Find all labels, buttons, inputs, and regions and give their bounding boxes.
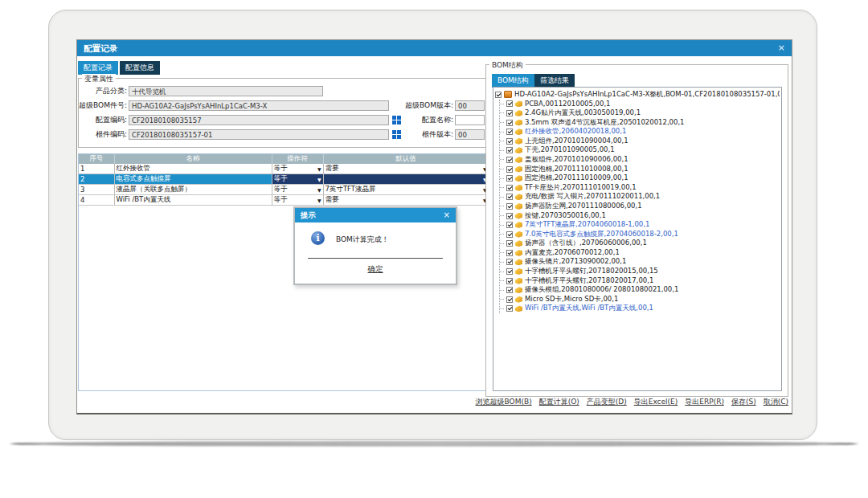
- tree-root-item[interactable]: HD-AG10A2-GaJsPsYsAHInLp1CaC-M3-X整机,BOM-…: [495, 90, 780, 100]
- tree-item[interactable]: 7英寸TFT液晶屏,20704060018-1,00,1: [500, 220, 780, 230]
- tree-item[interactable]: 按键,20703050016,00,1: [500, 211, 780, 221]
- tree-item[interactable]: 摄像头模组,20801080006/ 20801080021,00,1: [500, 285, 780, 295]
- checkbox-checked-icon[interactable]: [506, 296, 513, 303]
- lookup-grid-icon[interactable]: [392, 130, 401, 139]
- footer-link[interactable]: 导出Excel(E): [634, 397, 678, 407]
- tree-item[interactable]: 固定泡棉,2070111010009,00,1: [500, 173, 780, 183]
- footer-link[interactable]: 取消(C): [764, 397, 788, 407]
- dialog-close-icon[interactable]: ×: [444, 208, 450, 222]
- tree-item[interactable]: 红外接收管,20604020018,00,1: [500, 127, 780, 137]
- value-combobox[interactable]: 7英寸TFT液晶屏▼: [323, 185, 489, 195]
- checkbox-checked-icon[interactable]: [506, 138, 513, 145]
- checkbox-checked-icon[interactable]: [506, 240, 513, 247]
- checkbox-checked-icon[interactable]: [495, 92, 502, 98]
- table-row[interactable]: 4 WiFi /BT内置天线 等于▼ 需要▼: [79, 195, 489, 206]
- value-combobox[interactable]: 需要▼: [323, 195, 489, 206]
- checkbox-checked-icon[interactable]: [506, 147, 513, 153]
- footer-link[interactable]: 配置计算(O): [539, 397, 579, 407]
- tree-item[interactable]: 上壳组件,2070101090004,00,1: [500, 137, 780, 146]
- tree-item[interactable]: 2.4G贴片内置天线,003050019,00,1: [500, 108, 780, 118]
- lookup-grid-icon[interactable]: [392, 116, 401, 124]
- tree-item-label: TF卡座垫片,2070111010019,00,1: [525, 183, 637, 193]
- tree-item[interactable]: 十字槽机牙平头螺钉,20718020015,00,15: [500, 267, 780, 276]
- footer-link[interactable]: 导出ERP(R): [685, 397, 724, 407]
- tree-item[interactable]: 内置麦克,20706070012,00,1: [500, 248, 780, 258]
- tree-item[interactable]: 十字槽机牙平头螺钉,20718020017,00,1: [500, 276, 780, 286]
- operator-combobox[interactable]: 等于▼: [272, 174, 323, 185]
- checkbox-checked-icon[interactable]: [506, 250, 513, 256]
- table-row[interactable]: 2 电容式多点触摸屏 等于▼ ▼: [79, 174, 489, 185]
- tree-item[interactable]: 盖板组件,2070101090006,00,1: [500, 155, 780, 165]
- tree-item-label: Micro SD卡,Micro SD卡,00,1: [525, 295, 618, 304]
- tab-filter-result[interactable]: 筛选结果: [534, 74, 575, 88]
- checkbox-checked-icon[interactable]: [506, 120, 513, 126]
- tab-config-record[interactable]: 配置记录: [78, 61, 118, 75]
- config-name-field[interactable]: [455, 115, 485, 125]
- value-combobox[interactable]: ▼: [323, 174, 489, 185]
- checkbox-checked-icon[interactable]: [506, 194, 513, 200]
- checkbox-checked-icon[interactable]: [506, 100, 513, 107]
- tree-item[interactable]: PCBA,00112010005,00,1: [500, 100, 780, 109]
- tree-item-label: 3.5mm 双声道4节沉板耳机座,20501020012,00,1: [525, 118, 685, 128]
- column-header: 名称: [114, 154, 272, 164]
- part-icon: [515, 203, 522, 210]
- checkbox-checked-icon[interactable]: [506, 110, 513, 116]
- tree-item[interactable]: TF卡座垫片,2070111010019,00,1: [500, 183, 780, 193]
- tree-item[interactable]: 充电/数据 写入铜片,2070111020011,00,1: [500, 193, 780, 202]
- tree-item-label: 下壳,2070101090005,00,1: [525, 146, 615, 156]
- tab-bom-structure[interactable]: BOM结构: [492, 74, 534, 88]
- footer-link[interactable]: 产品变型(D): [587, 397, 627, 407]
- row-name-cell[interactable]: 红外接收管: [114, 164, 272, 174]
- checkbox-checked-icon[interactable]: [506, 278, 513, 284]
- checkbox-checked-icon[interactable]: [506, 129, 513, 135]
- tree-item[interactable]: 下壳,2070101090005,00,1: [500, 146, 780, 156]
- ok-button[interactable]: 确定: [295, 264, 456, 275]
- checkbox-checked-icon[interactable]: [506, 185, 513, 191]
- footer-link[interactable]: 浏览超级BOM(B): [476, 397, 532, 407]
- checkbox-checked-icon[interactable]: [506, 166, 513, 173]
- checkbox-checked-icon[interactable]: [506, 157, 513, 163]
- checkbox-checked-icon[interactable]: [506, 305, 513, 312]
- tree-item[interactable]: Micro SD卡,Micro SD卡,00,1: [500, 295, 780, 304]
- checkbox-checked-icon[interactable]: [506, 268, 513, 275]
- operator-combobox[interactable]: 等于▼: [272, 185, 323, 195]
- value-combobox[interactable]: 需要▼: [323, 164, 489, 174]
- row-name-cell[interactable]: 液晶屏（关联多点触屏）: [114, 185, 272, 195]
- tree-item[interactable]: 固定泡棉,2070111010008,00,1: [500, 165, 780, 174]
- operator-combobox[interactable]: 等于▼: [272, 195, 323, 206]
- super-bom-no-field: HD-AG10A2-GaJsPsYsAHInLp1CaC-M3-X: [129, 100, 389, 111]
- dropdown-arrow-icon[interactable]: ▼: [317, 186, 321, 194]
- table-row[interactable]: 3 液晶屏（关联多点触屏） 等于▼ 7英寸TFT液晶屏▼: [79, 185, 489, 195]
- tree-item[interactable]: 扬声器防尘网,2070111080006,00,1: [500, 202, 780, 211]
- part-icon: [515, 231, 522, 238]
- config-code-label: 配置编码:: [79, 115, 127, 125]
- part-icon: [515, 100, 522, 107]
- checkbox-checked-icon[interactable]: [506, 222, 513, 228]
- checkbox-checked-icon[interactable]: [506, 203, 513, 210]
- tree-item[interactable]: 摄像头镜片,20713090002,00,1: [500, 258, 780, 267]
- operator-combobox[interactable]: 等于▼: [272, 164, 323, 174]
- checkbox-checked-icon[interactable]: [506, 259, 513, 265]
- dropdown-arrow-icon[interactable]: ▼: [317, 165, 321, 173]
- checkbox-checked-icon[interactable]: [506, 231, 513, 238]
- options-table: 序号名称操作符默认值 1 红外接收管 等于▼ 需要▼: [79, 154, 489, 206]
- row-name-cell[interactable]: WiFi /BT内置天线: [114, 195, 272, 206]
- tree-item[interactable]: WiFi /BT内置天线,WiFi /BT内置天线,00,1: [500, 304, 780, 314]
- window-close-icon[interactable]: ×: [778, 40, 785, 56]
- assembly-icon: [504, 91, 512, 98]
- checkbox-checked-icon[interactable]: [506, 287, 513, 293]
- config-code-field: CF20180108035157: [129, 115, 389, 125]
- group-legend: BOM结构: [489, 60, 526, 71]
- tree-item[interactable]: 扬声器（含引线）,20706060006,00,1: [500, 239, 780, 249]
- tree-item[interactable]: 3.5mm 双声道4节沉板耳机座,20501020012,00,1: [500, 118, 780, 128]
- checkbox-checked-icon[interactable]: [506, 213, 513, 219]
- column-header: 默认值: [323, 154, 489, 164]
- tree-item[interactable]: 7.0英寸电容式多点触摸屏,20704060018-2,00,1: [500, 230, 780, 239]
- tab-config-info[interactable]: 配置信息: [120, 61, 160, 75]
- footer-link[interactable]: 保存(S): [731, 397, 756, 407]
- dropdown-arrow-icon[interactable]: ▼: [317, 196, 321, 205]
- row-name-cell[interactable]: 电容式多点触摸屏: [114, 174, 272, 185]
- table-row[interactable]: 1 红外接收管 等于▼ 需要▼: [79, 164, 489, 174]
- dropdown-arrow-icon[interactable]: ▼: [317, 175, 321, 184]
- checkbox-checked-icon[interactable]: [506, 175, 513, 182]
